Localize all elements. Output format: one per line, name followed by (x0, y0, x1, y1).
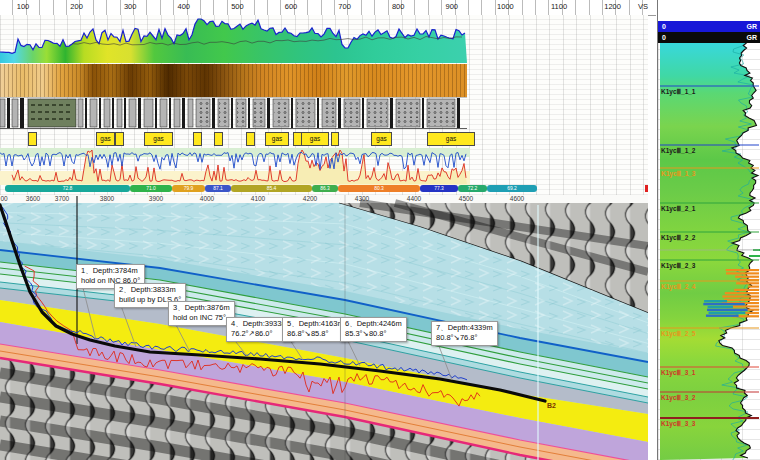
gamma-ray-curve (0, 15, 648, 64)
inclination-segment: 72.8 (5, 185, 130, 192)
inclination-segment: 69.2 (487, 185, 537, 192)
type-log-panel: 0 GR 0 GR K1ycⅢ_1_1K1ycⅢ_1_2K1ycⅢ_1_3K1y… (657, 0, 760, 460)
gas-show-interval[interactable]: gas (144, 132, 173, 146)
callout-instruction: 85.3°↘80.8° (345, 329, 402, 339)
callout-depth: 2、Depth:3833m (119, 285, 181, 295)
formation-label: K1ycⅢ_1_2 (661, 147, 695, 155)
survey-callout[interactable]: 5、Depth:4163m86.8°↘85.8° (282, 317, 349, 342)
ruler-tick: 1100 (546, 2, 572, 11)
callout-depth: 1、Depth:3784m (81, 266, 140, 276)
ruler-tick: 600 (278, 2, 304, 11)
well-end-label: B2 (547, 402, 556, 409)
ruler-tick: 200 (64, 2, 90, 11)
gas-show-interval[interactable] (214, 132, 223, 146)
depth-tick: 3800 (95, 195, 119, 202)
image-log-texture (0, 64, 467, 97)
ruler-tick: 300 (117, 2, 143, 11)
ruler-tick: 700 (332, 2, 358, 11)
ruler-tick: 1000 (492, 2, 518, 11)
inclination-segment: 77.3 (420, 185, 458, 192)
formation-labels: K1ycⅢ_1_1K1ycⅢ_1_2K1ycⅢ_1_3K1ycⅢ_2_1K1yc… (658, 0, 760, 460)
formation-label: K1ycⅢ_1_1 (661, 88, 695, 96)
log-curves (0, 148, 648, 185)
gas-show-interval[interactable] (115, 132, 124, 146)
ruler-tick: 900 (439, 2, 465, 11)
depth-tick: 4400 (402, 195, 426, 202)
gas-show-interval[interactable] (246, 132, 255, 146)
ruler-tick: 100 (10, 2, 36, 11)
callout-depth: 3、Depth:3876m (173, 303, 230, 313)
ruler-tick: 500 (224, 2, 250, 11)
depth-tick: 4200 (298, 195, 322, 202)
gas-show-interval[interactable]: gas (371, 132, 392, 146)
lithology-columns (0, 97, 648, 130)
callout-depth: 4、Depth:3933m (231, 319, 288, 329)
formation-label: K1ycⅢ_3_3 (661, 420, 695, 428)
track-curves (0, 148, 648, 185)
formation-label: K1ycⅢ_1_3 (661, 170, 695, 178)
inclination-segment-bar: 72.871.079.987.185.486.380.377.372.269.2 (0, 185, 648, 193)
vs-ruler: VS 1002003004005006007008009001000110012… (0, 0, 656, 16)
inclination-segment: 85.4 (231, 185, 312, 192)
depth-tick: 00 (0, 195, 16, 202)
callout-depth: 5、Depth:4163m (287, 319, 344, 329)
inclination-segment: 71.0 (130, 185, 172, 192)
formation-label: K1ycⅢ_2_5 (661, 330, 695, 338)
depth-tick: 3700 (50, 195, 74, 202)
callout-instruction: 86.8°↘85.8° (287, 329, 344, 339)
track-gamma-ray (0, 15, 648, 64)
depth-tick: 3600 (21, 195, 45, 202)
gas-show-interval[interactable] (331, 132, 339, 146)
survey-callout[interactable]: 7、Depth:4339m80.8°↘76.8° (431, 321, 498, 346)
track-lithology (0, 97, 648, 130)
formation-label: K1ycⅢ_2_3 (661, 262, 695, 270)
callout-depth: 7、Depth:4339m (436, 323, 493, 333)
ruler-tick: 1200 (600, 2, 626, 11)
bar-end-marker (645, 185, 648, 192)
vs-label: VS (630, 2, 656, 11)
cross-section: B2 0036003700380039004000410042004300440… (0, 195, 648, 460)
inclination-segment: 86.3 (312, 185, 338, 192)
gas-show-interval[interactable]: gas (96, 132, 115, 146)
gas-show-interval[interactable]: gas (301, 132, 329, 146)
callout-instruction: hold on INC 75° (173, 313, 230, 323)
depth-tick: 4100 (246, 195, 270, 202)
geosteering-app: VS 1002003004005006007008009001000110012… (0, 0, 760, 460)
depth-tick: 3900 (144, 195, 168, 202)
inclination-segment: 87.1 (205, 185, 231, 192)
depth-tick: 4000 (195, 195, 219, 202)
survey-callout[interactable]: 3、Depth:3876mhold on INC 75° (168, 301, 235, 326)
gas-show-interval[interactable] (193, 132, 202, 146)
gas-show-interval[interactable]: gas (427, 132, 475, 146)
formation-label: K1ycⅢ_3_1 (661, 369, 695, 377)
track-image-log (0, 64, 467, 97)
ruler-tick: 400 (171, 2, 197, 11)
formation-label: K1ycⅢ_2_2 (661, 234, 695, 242)
depth-tick: 4500 (454, 195, 478, 202)
inclination-segment: 80.3 (338, 185, 420, 192)
callout-depth: 6、Depth:4246m (345, 319, 402, 329)
depth-ruler: 0036003700380039004000410042004300440045… (0, 195, 648, 204)
formation-label: K1ycⅢ_2_1 (661, 205, 695, 213)
ruler-tick: 800 (385, 2, 411, 11)
callout-instruction: 76.2°↗86.0° (231, 329, 288, 339)
gas-show-interval[interactable]: gas (265, 132, 289, 146)
inclination-segment: 79.9 (172, 185, 205, 192)
callout-instruction: 80.8°↘76.8° (436, 333, 493, 343)
depth-tick: 4600 (505, 195, 529, 202)
inclination-segment: 72.2 (458, 185, 487, 192)
gas-show-interval[interactable] (28, 132, 37, 146)
survey-callout[interactable]: 6、Depth:4246m85.3°↘80.8° (340, 317, 407, 342)
depth-tick: 4300 (350, 195, 374, 202)
track-gas-shows: gasgasgasgasgasgas (0, 131, 648, 147)
formation-label: K1ycⅢ_3_2 (661, 394, 695, 402)
formation-label: K1ycⅢ_2_4 (661, 283, 695, 291)
